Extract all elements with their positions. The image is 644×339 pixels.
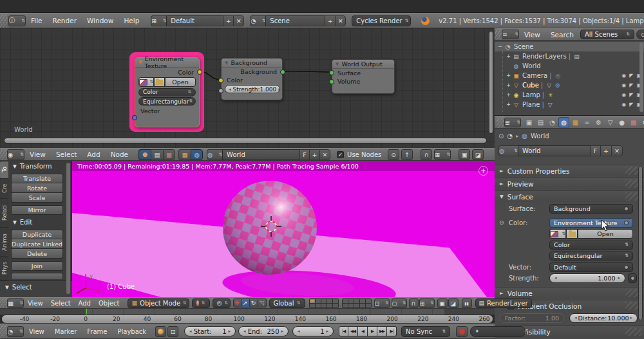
- editor-type-button-node[interactable]: ◉⇅: [7, 149, 24, 160]
- properties-scrollbar[interactable]: [638, 166, 643, 320]
- properties-tab-scene[interactable]: ◔: [547, 117, 558, 127]
- panel-surface[interactable]: ▼Surface: [495, 190, 644, 202]
- menu-view[interactable]: View: [24, 151, 51, 158]
- menu-view[interactable]: View: [24, 328, 50, 335]
- outliner-search-box[interactable]: ⊙: [636, 30, 644, 39]
- panel-closed-icon[interactable]: ►: [500, 168, 504, 174]
- outliner-item-label[interactable]: RenderLayers: [520, 53, 567, 60]
- delete-button[interactable]: Delete: [11, 249, 63, 259]
- node-background-header[interactable]: ▼Background: [222, 59, 282, 68]
- expander-icon[interactable]: +: [505, 73, 512, 78]
- add-scene-button[interactable]: +: [325, 15, 335, 26]
- add-world-button[interactable]: +: [309, 149, 319, 160]
- layer-cell[interactable]: [354, 304, 359, 307]
- editor-type-button-timeline[interactable]: ◔⇅: [7, 326, 24, 337]
- outliner-row-scene[interactable]: −◔Scene: [495, 42, 644, 51]
- outliner-row-world[interactable]: ◍World: [495, 61, 644, 71]
- tool-shelf-tab-relati[interactable]: Relati: [0, 199, 8, 227]
- layer-cell[interactable]: [310, 304, 315, 307]
- restrict-view-eye-icon[interactable]: ◉: [621, 82, 626, 88]
- jump-to-end-button[interactable]: ▶|: [387, 326, 397, 336]
- menu-view[interactable]: View: [24, 300, 47, 307]
- layer-cell[interactable]: [327, 304, 332, 307]
- snapshot-animation-button[interactable]: ◪: [472, 149, 484, 160]
- region-expand-button[interactable]: +: [478, 166, 488, 176]
- collapse-triangle-icon[interactable]: ▼: [138, 60, 142, 65]
- play-button[interactable]: ▶: [368, 326, 377, 336]
- sync-mode-select[interactable]: No Sync⇅: [401, 326, 450, 337]
- viewport-3d[interactable]: y x Time:00:05.09 | Remaining:01:19.85 |…: [0, 161, 495, 297]
- surface-input-socket[interactable]: [329, 70, 334, 75]
- manipulator-toggle-button[interactable]: ✚: [233, 298, 242, 307]
- panel-custom-properties[interactable]: ►Custom Properties: [495, 165, 644, 176]
- rotate-button[interactable]: Rotate: [11, 183, 63, 193]
- layer-cell[interactable]: [348, 299, 354, 303]
- object-shader-toggle[interactable]: ▦: [178, 149, 191, 160]
- outliner-row-cube[interactable]: +▽Cube|▽⚙◉◤▣: [495, 80, 644, 90]
- header-grip[interactable]: [497, 116, 504, 128]
- snap-toggle-button[interactable]: ∩: [409, 298, 419, 308]
- vector-select[interactable]: Default: [549, 262, 633, 272]
- previous-keyframe-button[interactable]: ◀◀: [348, 326, 358, 336]
- restrict-select-pointer-icon[interactable]: ◤: [629, 102, 633, 107]
- editor-type-button-info[interactable]: ⓘ⇅: [8, 15, 26, 26]
- panel-open-icon[interactable]: ▼: [13, 219, 17, 225]
- properties-tab-render[interactable]: ▣: [524, 117, 535, 127]
- current-frame-field[interactable]: ◂1▸: [292, 326, 334, 336]
- node-world-output[interactable]: ▼World Output Surface Volume: [332, 59, 395, 94]
- compositing-nodes-button[interactable]: ▤: [151, 149, 163, 160]
- screen-layout-icon-button[interactable]: ⊞⇅: [151, 15, 166, 26]
- collapse-triangle-icon[interactable]: ▼: [225, 60, 228, 66]
- layer-cell[interactable]: [343, 304, 348, 307]
- restrict-view-eye-icon[interactable]: ◉: [621, 73, 626, 78]
- slider-left-arrow-icon[interactable]: ◂: [298, 329, 300, 334]
- join-button[interactable]: Join: [11, 261, 63, 271]
- color-output-socket[interactable]: [197, 69, 202, 75]
- outliner-item-label[interactable]: Plane: [520, 101, 540, 108]
- screen-layout-name-field[interactable]: Default: [166, 15, 223, 26]
- outliner-scrollbar[interactable]: [639, 42, 643, 112]
- properties-tab-object[interactable]: ▦: [570, 117, 581, 127]
- snap-element-select[interactable]: ⊞⇅: [419, 298, 435, 308]
- node-editor-canvas[interactable]: ▼Environment Texture Color ⇅ Open Color⇅…: [0, 28, 495, 148]
- world-shader-toggle[interactable]: ◍: [191, 149, 203, 160]
- panel-closed-icon[interactable]: ►: [500, 290, 504, 296]
- layer-cell[interactable]: [366, 304, 371, 307]
- menu-marker[interactable]: Marker: [50, 328, 82, 335]
- outliner-row-camera[interactable]: +▣Camera|◎◉◤▣: [495, 71, 644, 80]
- lock-time-button[interactable]: ⊡: [167, 326, 178, 337]
- properties-tab-constraints[interactable]: ∞: [582, 117, 592, 127]
- pin-button[interactable]: ⊙: [388, 149, 399, 160]
- scale-manipulator-button[interactable]: ◹: [258, 298, 267, 307]
- slider-right-arrow-icon[interactable]: ▸: [278, 87, 281, 92]
- strength-node-link-button[interactable]: [628, 273, 637, 283]
- snapshot-render-button[interactable]: ▣: [459, 149, 470, 160]
- fake-user-button[interactable]: F: [299, 149, 309, 160]
- panel-open-icon[interactable]: ▼: [13, 163, 17, 169]
- world-id-icon-button[interactable]: ◍⇅: [498, 145, 518, 156]
- texture-nodes-button[interactable]: ▩: [163, 149, 175, 160]
- slider-left-arrow-icon[interactable]: ◂: [243, 329, 246, 334]
- snap-toggle-button[interactable]: ∩: [421, 149, 432, 160]
- slider-left-arrow-icon[interactable]: ◂: [554, 275, 557, 280]
- layer-cell[interactable]: [366, 299, 371, 303]
- jump-to-start-button[interactable]: |◀: [339, 326, 348, 336]
- shader-nodes-button[interactable]: ●: [138, 149, 151, 160]
- pause-render-button[interactable]: ▮▮: [462, 298, 472, 308]
- strength-input-socket[interactable]: [218, 88, 223, 93]
- tool-shelf-tab-cre[interactable]: Cre: [0, 179, 8, 198]
- header-grip[interactable]: [0, 14, 7, 28]
- end-frame-field[interactable]: ◂End:250▸: [238, 326, 289, 336]
- tool-shelf-tab-anima[interactable]: Anima: [0, 228, 8, 256]
- menu-help[interactable]: Help: [118, 17, 144, 24]
- tool-shelf-tab-to[interactable]: To: [0, 161, 8, 178]
- header-grip[interactable]: [0, 149, 7, 160]
- translate-manipulator-button[interactable]: ↗: [242, 298, 250, 307]
- timeline-ruler[interactable]: -40-200204060801001201401601802002202402…: [1, 315, 493, 324]
- properties-tab-modifiers[interactable]: ⚙: [593, 117, 604, 127]
- mirror-button[interactable]: Mirror: [11, 205, 63, 215]
- slider-left-arrow-icon[interactable]: ◂: [574, 315, 577, 320]
- background-output-socket[interactable]: [280, 69, 285, 75]
- properties-tab-texture[interactable]: ▩: [628, 117, 639, 127]
- snap-element-select[interactable]: ⊞⇅: [434, 149, 451, 160]
